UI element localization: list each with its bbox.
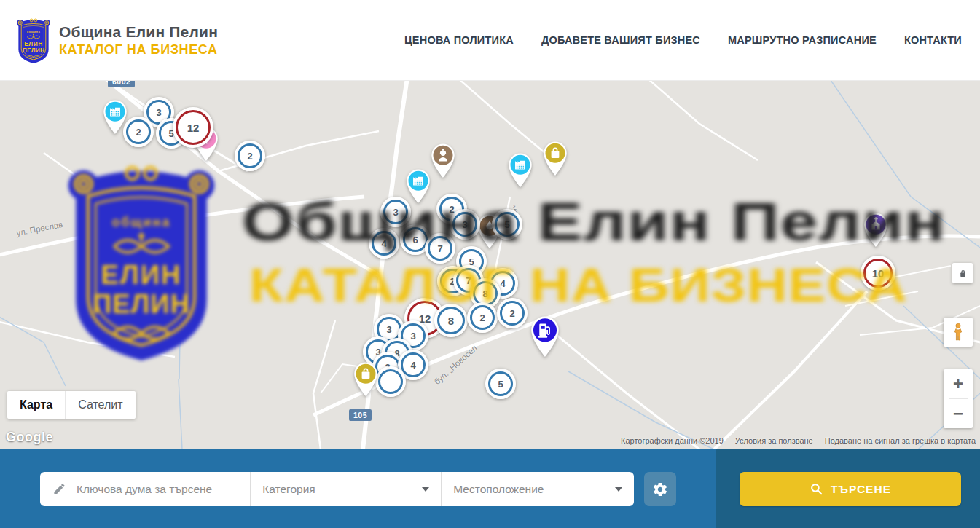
advanced-settings-button[interactable] [644,472,676,506]
search-button[interactable]: ТЪРСЕНЕ [740,472,961,506]
cluster-marker[interactable]: 10 [861,256,895,291]
chevron-down-icon [615,487,622,492]
zoom-in-button[interactable]: + [944,369,973,398]
factory-icon [100,97,130,135]
category-pin-fuel[interactable] [527,312,563,361]
chevron-down-icon [422,487,429,492]
keyword-field [40,472,250,506]
page: Община Елин Пелин КАТАЛОГ НА БИЗНЕСА ЦЕН… [0,0,980,528]
category-select[interactable]: Категория [250,472,441,506]
category-pin-shopping-bag[interactable] [350,359,381,401]
attribution-terms-link[interactable]: Условия за ползване [735,436,813,445]
brand-logo-link[interactable]: Община Елин Пелин КАТАЛОГ НА БИЗНЕСА [16,16,218,64]
factory-icon [403,166,434,205]
search-bar-right-panel: ТЪРСЕНЕ [716,449,980,528]
map-type-satellite-button[interactable]: Сателит [65,391,135,419]
map-canvas[interactable]: 6002105ул. Преславбул. „Новоселции“ 3251… [0,80,980,449]
church-icon [861,210,891,248]
google-logo[interactable]: Google [6,430,53,445]
fuel-icon [527,312,563,358]
search-bar: Категория Местоположение ТЪРСЕНЕ [0,449,980,528]
main-nav: ЦЕНОВА ПОЛИТИКАДОБАВЕТЕ ВАШИЯТ БИЗНЕСМАР… [404,34,962,46]
shopping-bag-icon [540,138,571,177]
shopping-bag-icon [350,359,381,398]
nav-contacts[interactable]: КОНТАКТИ [904,34,962,46]
category-pin-factory[interactable] [100,97,130,138]
map-type-map-button[interactable]: Карта [7,391,65,419]
category-pin-factory[interactable] [505,150,536,192]
gear-icon [652,481,668,497]
pencil-icon [52,482,66,496]
category-pin-shopping-bag[interactable] [540,138,571,180]
nav-add-business[interactable]: ДОБАВЕТЕ ВАШИЯТ БИЗНЕС [541,34,700,46]
road-number-badge: 6002 [108,80,135,87]
cluster-marker[interactable]: 2 [467,302,498,333]
municipality-crest-logo [16,16,51,64]
pegman-icon [950,323,966,342]
cluster-marker[interactable]: 8 [434,304,468,337]
category-select-label: Категория [262,483,315,496]
map-type-control: Карта Сателит [7,391,136,419]
keyword-search-input[interactable] [75,482,250,497]
search-button-label: ТЪРСЕНЕ [831,483,891,496]
lock-icon [957,268,968,279]
nav-route-schedule[interactable]: МАРШРУТНО РАЗПИСАНИЕ [728,34,877,46]
zoom-control: + − [944,369,973,428]
category-pin-factory[interactable] [403,166,434,208]
zoom-out-button[interactable]: − [944,399,973,428]
map-attribution: Картографски данни ©2019 Условия за полз… [621,436,976,445]
site-subtitle: КАТАЛОГ НА БИЗНЕСА [59,42,218,58]
cluster-marker[interactable]: 5 [485,369,516,399]
cluster-marker[interactable]: 3 [450,209,480,240]
cluster-marker[interactable]: 12 [173,107,213,148]
site-title: Община Елин Пелин [59,23,218,41]
factory-icon [505,150,536,189]
street-view-pegman-button[interactable] [944,318,973,347]
cluster-marker[interactable]: 2 [497,298,528,328]
cluster-marker[interactable]: 7 [425,233,455,264]
header: Община Елин Пелин КАТАЛОГ НА БИЗНЕСА ЦЕН… [0,0,980,81]
cluster-marker[interactable]: 4 [369,228,399,259]
location-select[interactable]: Местоположение [441,472,634,506]
cluster-marker[interactable]: 2 [235,141,265,171]
location-select-label: Местоположение [453,483,544,496]
search-field-group: Категория Местоположение [40,472,634,506]
attribution-data: Картографски данни ©2019 [621,436,724,445]
cluster-marker[interactable]: 5 [492,209,522,240]
road-number-badge: 105 [349,409,372,421]
attribution-report-link[interactable]: Подаване на сигнал за грешка в картата [825,436,976,445]
search-icon [810,482,823,496]
category-pin-church[interactable] [861,210,891,251]
lock-button[interactable] [952,263,973,283]
nav-pricing[interactable]: ЦЕНОВА ПОЛИТИКА [404,34,514,46]
